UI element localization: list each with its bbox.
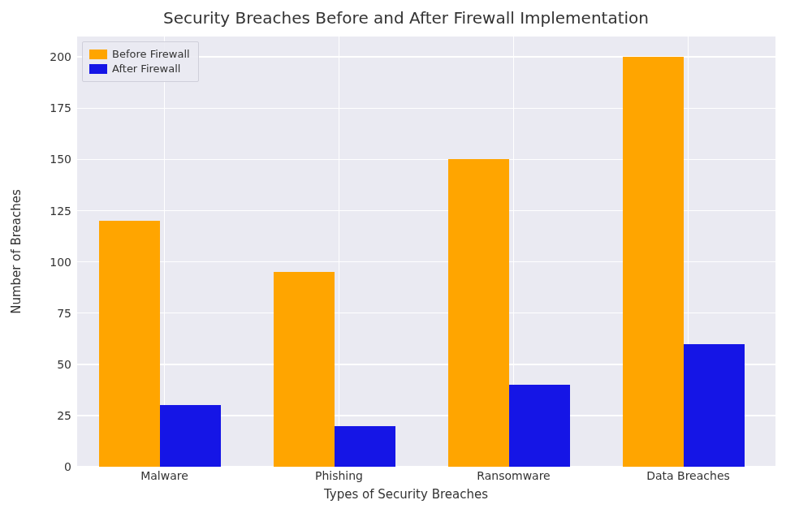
bar [509, 385, 570, 467]
y-tick-label: 100 [6, 256, 71, 269]
legend-swatch-before-icon [89, 50, 107, 59]
y-tick-label: 200 [6, 50, 71, 63]
bar [335, 426, 395, 467]
bar [99, 221, 160, 467]
y-tick-label: 75 [6, 307, 71, 320]
bar [160, 405, 221, 467]
legend-swatch-after-icon [89, 64, 107, 74]
y-tick-label: 25 [6, 409, 71, 422]
x-tick-label: Phishing [274, 469, 404, 482]
bar [684, 344, 745, 467]
bar [274, 272, 335, 467]
x-tick-label: Data Breaches [624, 469, 754, 482]
legend: Before Firewall After Firewall [82, 41, 199, 82]
y-tick-label: 150 [6, 153, 71, 166]
bar [623, 57, 684, 467]
y-tick-label: 50 [6, 358, 71, 371]
legend-label-after: After Firewall [112, 62, 180, 76]
x-axis-label: Types of Security Breaches [0, 487, 812, 502]
legend-item-after: After Firewall [89, 62, 190, 76]
legend-item-before: Before Firewall [89, 47, 190, 62]
y-tick-label: 175 [6, 101, 71, 114]
plot-area: Before Firewall After Firewall [77, 37, 775, 467]
x-tick-label: Malware [100, 469, 230, 482]
x-tick-label: Ransomware [449, 469, 579, 482]
chart-title: Security Breaches Before and After Firew… [0, 8, 812, 28]
chart-figure: Security Breaches Before and After Firew… [0, 0, 812, 513]
gridline-v [164, 37, 166, 467]
gridline-v [339, 37, 340, 467]
legend-label-before: Before Firewall [112, 47, 190, 62]
y-tick-label: 125 [6, 205, 71, 218]
bar [448, 159, 509, 467]
y-tick-label: 0 [6, 460, 71, 473]
